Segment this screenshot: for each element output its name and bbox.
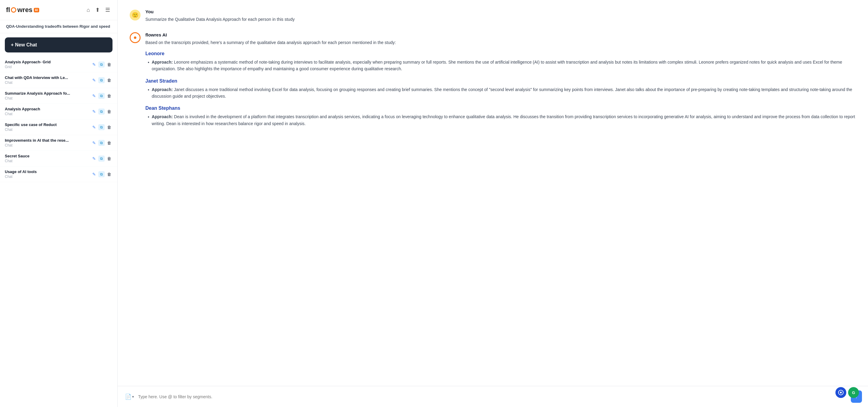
delete-button[interactable]: 🗑 <box>106 76 113 84</box>
copy-button[interactable]: ⧉ <box>98 140 105 146</box>
delete-button[interactable]: 🗑 <box>106 139 113 147</box>
edit-button[interactable]: ✎ <box>91 92 97 99</box>
bullet-dot-janet: • <box>148 87 149 100</box>
bullet-dot-leonore: • <box>148 59 149 72</box>
upload-button[interactable]: ⬆ <box>94 5 101 14</box>
leonore-approach-body: Leonore emphasizes a systematic method o… <box>152 60 842 71</box>
chat-item-subtitle: Chat <box>5 128 89 132</box>
chat-item-info: Secret Sauce Chat <box>5 154 89 163</box>
delete-button[interactable]: 🗑 <box>106 92 113 99</box>
chat-item-title: Secret Sauce <box>5 154 89 158</box>
floating-badges: G <box>835 387 859 398</box>
chat-item-title: Usage of AI tools <box>5 169 89 174</box>
chat-list-item[interactable]: Analysis Approach Chat ✎ ⧉ 🗑 <box>0 104 117 119</box>
janet-approach-text: Approach: Janet discusses a more traditi… <box>152 86 856 100</box>
logo-text-wres: wres <box>17 6 32 14</box>
grammarly-label: G <box>852 390 855 395</box>
chat-list-item[interactable]: Chat with QDA Interview with Le... Chat … <box>0 72 117 88</box>
copy-button[interactable]: ⧉ <box>98 108 105 115</box>
leonore-name: Leonore <box>145 51 856 56</box>
ai-avatar-inner <box>134 36 136 39</box>
edit-button[interactable]: ✎ <box>91 155 97 162</box>
chat-item-subtitle: Chat <box>5 159 89 163</box>
edit-button[interactable]: ✎ <box>91 170 97 178</box>
logo-badge: AI <box>34 8 39 12</box>
chat-item-info: Chat with QDA Interview with Le... Chat <box>5 75 89 85</box>
janet-bullet: • Approach: Janet discusses a more tradi… <box>145 86 856 100</box>
chat-list-item[interactable]: Summarize Analysis Approach fo... Chat ✎… <box>0 88 117 104</box>
menu-button[interactable]: ☰ <box>104 5 111 14</box>
chat-item-title: Improvements in AI that the rese... <box>5 138 89 143</box>
approach-label-dean: Approach: <box>152 114 174 119</box>
delete-button[interactable]: 🗑 <box>106 155 113 162</box>
new-chat-button[interactable]: + New Chat <box>5 37 113 53</box>
delete-button[interactable]: 🗑 <box>106 61 113 68</box>
dean-approach-text: Approach: Dean is involved in the develo… <box>152 113 856 127</box>
chat-item-info: Analysis Approach- Grid Grid <box>5 60 89 69</box>
copy-button[interactable]: ⧉ <box>98 124 105 130</box>
doc-icon: 📄 <box>125 394 131 400</box>
chat-input-area: 📄 ▾ ↑ <box>118 386 868 407</box>
chat-messages: 🙂 You Summarize the Qualitative Data Ana… <box>118 0 868 386</box>
chat-item-actions: ✎ ⧉ 🗑 <box>91 170 113 178</box>
delete-button[interactable]: 🗑 <box>106 170 113 178</box>
chat-list-item[interactable]: Usage of AI tools Chat ✎ ⧉ 🗑 <box>0 166 117 182</box>
dean-name: Dean Stephans <box>145 105 856 111</box>
sidebar-header: flwres AI ⌂ ⬆ ☰ <box>0 0 117 20</box>
chat-list-item[interactable]: Analysis Approach- Grid Grid ✎ ⧉ 🗑 <box>0 57 117 72</box>
delete-button[interactable]: 🗑 <box>106 124 113 131</box>
chat-item-subtitle: Chat <box>5 112 89 116</box>
copy-button[interactable]: ⧉ <box>98 156 105 162</box>
delete-button[interactable]: 🗑 <box>106 108 113 115</box>
dean-approach-body: Dean is involved in the development of a… <box>152 114 855 126</box>
copy-button[interactable]: ⧉ <box>98 77 105 83</box>
new-chat-label: + New Chat <box>11 42 37 48</box>
edit-button[interactable]: ✎ <box>91 61 97 68</box>
ai-response-intro: Based on the transcripts provided, here'… <box>145 39 856 46</box>
edit-button[interactable]: ✎ <box>91 139 97 147</box>
dean-bullet: • Approach: Dean is involved in the deve… <box>145 113 856 127</box>
home-button[interactable]: ⌂ <box>85 6 91 14</box>
svg-point-1 <box>840 392 842 394</box>
chat-item-actions: ✎ ⧉ 🗑 <box>91 155 113 162</box>
chat-item-info: Analysis Approach Chat <box>5 107 89 116</box>
janet-name: Janet Straden <box>145 79 856 84</box>
flowres-badge-icon <box>838 390 843 395</box>
chat-item-subtitle: Grid <box>5 65 89 69</box>
chat-item-actions: ✎ ⧉ 🗑 <box>91 139 113 147</box>
chat-item-actions: ✎ ⧉ 🗑 <box>91 124 113 131</box>
chat-item-info: Specific use case of Reduct Chat <box>5 122 89 132</box>
logo-o-icon <box>11 7 16 13</box>
user-message: 🙂 You Summarize the Qualitative Data Ana… <box>130 9 856 23</box>
doc-icon-button[interactable]: 📄 ▾ <box>124 392 135 401</box>
approach-label-janet: Approach: <box>152 87 174 92</box>
edit-button[interactable]: ✎ <box>91 108 97 115</box>
project-title: QDA-Understanding tradeoffs between Rigo… <box>0 20 117 33</box>
chat-input[interactable] <box>138 394 848 399</box>
bullet-dot-dean: • <box>148 114 149 127</box>
chat-item-subtitle: Chat <box>5 81 89 85</box>
person-leonore-section: Leonore • Approach: Leonore emphasizes a… <box>145 51 856 72</box>
chat-item-title: Summarize Analysis Approach fo... <box>5 91 89 96</box>
edit-button[interactable]: ✎ <box>91 76 97 84</box>
chat-item-subtitle: Chat <box>5 143 89 148</box>
person-dean-section: Dean Stephans • Approach: Dean is involv… <box>145 105 856 127</box>
ai-avatar <box>130 32 141 43</box>
chat-item-info: Improvements in AI that the rese... Chat <box>5 138 89 148</box>
edit-button[interactable]: ✎ <box>91 124 97 131</box>
copy-button[interactable]: ⧉ <box>98 93 105 99</box>
copy-button[interactable]: ⧉ <box>98 62 105 67</box>
flowres-badge[interactable] <box>835 387 846 398</box>
chat-item-info: Summarize Analysis Approach fo... Chat <box>5 91 89 100</box>
grammarly-badge[interactable]: G <box>848 387 859 398</box>
chat-list: Analysis Approach- Grid Grid ✎ ⧉ 🗑 Chat … <box>0 57 117 407</box>
chat-list-item[interactable]: Improvements in AI that the rese... Chat… <box>0 135 117 151</box>
ai-message: flowres AI Based on the transcripts prov… <box>130 32 856 133</box>
chat-item-title: Chat with QDA Interview with Le... <box>5 75 89 80</box>
copy-button[interactable]: ⧉ <box>98 171 105 177</box>
person-janet-section: Janet Straden • Approach: Janet discusse… <box>145 79 856 100</box>
user-sender-name: You <box>145 9 856 14</box>
main-panel: 🙂 You Summarize the Qualitative Data Ana… <box>118 0 868 407</box>
chat-list-item[interactable]: Secret Sauce Chat ✎ ⧉ 🗑 <box>0 151 117 166</box>
chat-list-item[interactable]: Specific use case of Reduct Chat ✎ ⧉ 🗑 <box>0 119 117 135</box>
